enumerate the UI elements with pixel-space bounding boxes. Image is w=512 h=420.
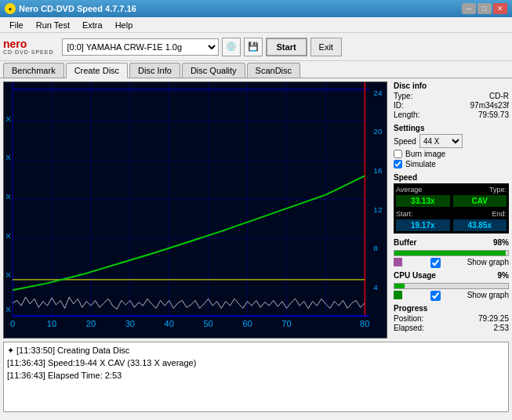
disc-info-title: Disc info [394, 81, 509, 90]
cpu-show-graph-checkbox[interactable] [430, 291, 441, 301]
disc-type-label: Type: [394, 92, 412, 100]
elapsed-label: Elapsed: [394, 324, 424, 332]
nero-sub-text: CD·DVD·SPEED [3, 49, 54, 55]
burn-image-checkbox[interactable] [394, 150, 402, 158]
drive-select[interactable]: [0:0] YAMAHA CRW-F1E 1.0g [62, 38, 219, 56]
cpu-show-graph-label: Show graph [467, 291, 509, 301]
progress-title: Progress [394, 304, 509, 313]
disc-icon-button[interactable]: 💿 [222, 38, 241, 56]
cpu-bar-fill [394, 284, 405, 288]
svg-text:4: 4 [373, 283, 378, 291]
exit-button[interactable]: Exit [310, 38, 342, 56]
buffer-bar-bg [394, 250, 509, 256]
maximize-button[interactable]: □ [478, 3, 492, 14]
simulate-label: Simulate [405, 160, 436, 168]
start-end-values-row: 19.17x 43.85x [396, 219, 507, 231]
disc-id-value: 97m34s23f [470, 101, 509, 110]
progress-section: Progress Position: 79:29.25 Elapsed: 2:5… [394, 304, 509, 332]
buffer-show-graph-label: Show graph [467, 258, 509, 268]
cpu-range-row: Show graph [394, 291, 509, 301]
svg-text:40 X: 40 X [4, 153, 11, 161]
cpu-value: 9% [498, 271, 509, 281]
svg-text:8: 8 [373, 244, 378, 253]
disc-id-label: ID: [394, 101, 404, 110]
average-speed-box: 33.13x [396, 195, 450, 207]
buffer-color-swatch [394, 258, 402, 266]
start-button[interactable]: Start [266, 38, 307, 56]
save-icon-button[interactable]: 💾 [244, 38, 263, 56]
cpu-color-swatch [394, 291, 402, 299]
speed-stats-title: Speed [394, 173, 509, 182]
buffer-value: 98% [493, 238, 509, 248]
svg-rect-0 [4, 82, 387, 338]
svg-text:80: 80 [360, 319, 369, 328]
svg-text:48 X: 48 X [4, 114, 11, 123]
svg-text:0: 0 [10, 319, 15, 328]
speed-values-row: 33.13x CAV [396, 195, 507, 207]
svg-text:10: 10 [47, 319, 56, 328]
burn-image-row: Burn image [394, 150, 509, 158]
start-label: Start: [396, 210, 413, 218]
toolbar: nero CD·DVD·SPEED [0:0] YAMAHA CRW-F1E 1… [0, 33, 512, 61]
avg-label: Average [396, 186, 422, 194]
chart-area: 0 10 20 30 40 50 60 70 80 48 X 40 X 32 X… [3, 81, 387, 339]
type-label: Type: [489, 186, 507, 194]
speed-stats-section: Speed Average Type: 33.13x CAV Start: En… [394, 173, 509, 234]
settings-section: Settings Speed 44 X Burn image Simulate [394, 124, 509, 168]
position-value: 79:29.25 [478, 314, 509, 323]
disc-length-row: Length: 79:59.73 [394, 110, 509, 119]
svg-text:20: 20 [86, 319, 96, 328]
svg-text:32 X: 32 X [4, 192, 11, 201]
menu-extra[interactable]: Extra [76, 19, 109, 31]
tab-scan-disc[interactable]: ScanDisc [247, 63, 300, 78]
speed-select[interactable]: 44 X [419, 134, 463, 148]
speed-stats-box: Average Type: 33.13x CAV Start: End: 19.… [394, 183, 509, 234]
window-title: Nero CD-DVD Speed 4.7.7.16 [19, 4, 136, 13]
log-line-2: [11:36:43] Elapsed Time: 2:53 [7, 369, 505, 382]
disc-type-value: CD-R [489, 92, 509, 100]
title-bar-controls: ─ □ ✕ [462, 3, 507, 14]
svg-text:70: 70 [281, 319, 291, 328]
settings-title: Settings [394, 124, 509, 132]
log-line-1: [11:36:43] Speed:19-44 X CAV (33.13 X av… [7, 357, 505, 369]
main-content: 0 10 20 30 40 50 60 70 80 48 X 40 X 32 X… [0, 78, 512, 342]
cpu-bar-bg [394, 283, 509, 289]
close-button[interactable]: ✕ [493, 3, 507, 14]
buffer-show-graph-checkbox[interactable] [430, 258, 441, 268]
elapsed-value: 2:53 [494, 324, 509, 332]
tab-create-disc[interactable]: Create Disc [66, 63, 128, 78]
svg-text:50: 50 [203, 319, 212, 328]
log-line-0: ✦ [11:33:50] Creating Data Disc [7, 344, 505, 357]
svg-text:24: 24 [373, 89, 383, 97]
menu-file[interactable]: File [3, 19, 30, 31]
tab-disc-info[interactable]: Disc Info [129, 63, 180, 78]
nero-brand-text: nero [3, 38, 27, 49]
disc-length-value: 79:59.73 [478, 110, 509, 119]
buffer-title: Buffer [394, 238, 416, 247]
position-label: Position: [394, 314, 423, 323]
buffer-bar-fill [394, 251, 506, 255]
menu-help[interactable]: Help [109, 19, 140, 31]
minimize-button[interactable]: ─ [462, 3, 476, 14]
tab-disc-quality[interactable]: Disc Quality [182, 63, 245, 78]
cpu-title: CPU Usage [394, 271, 436, 280]
nero-logo: nero CD·DVD·SPEED [3, 38, 54, 55]
tab-bar: Benchmark Create Disc Disc Info Disc Qua… [0, 61, 512, 78]
speed-label: Speed [394, 137, 416, 146]
svg-text:20: 20 [373, 127, 383, 136]
menu-bar: File Run Test Extra Help [0, 17, 512, 33]
type-speed-box: CAV [453, 195, 507, 207]
end-label: End: [492, 210, 507, 218]
cpu-section: CPU Usage 9% Show graph [394, 271, 509, 301]
start-end-labels-row: Start: End: [396, 210, 507, 218]
menu-run-test[interactable]: Run Test [30, 19, 76, 31]
simulate-checkbox[interactable] [394, 160, 402, 168]
svg-text:40: 40 [165, 319, 174, 328]
svg-text:60: 60 [242, 319, 252, 328]
svg-text:12: 12 [373, 205, 383, 214]
progress-position-row: Position: 79:29.25 [394, 314, 509, 323]
tab-benchmark[interactable]: Benchmark [3, 63, 64, 78]
speed-avg-type-row: Average Type: [396, 186, 507, 194]
buffer-section: Buffer 98% Show graph [394, 238, 509, 268]
svg-text:24 X: 24 X [4, 231, 11, 240]
